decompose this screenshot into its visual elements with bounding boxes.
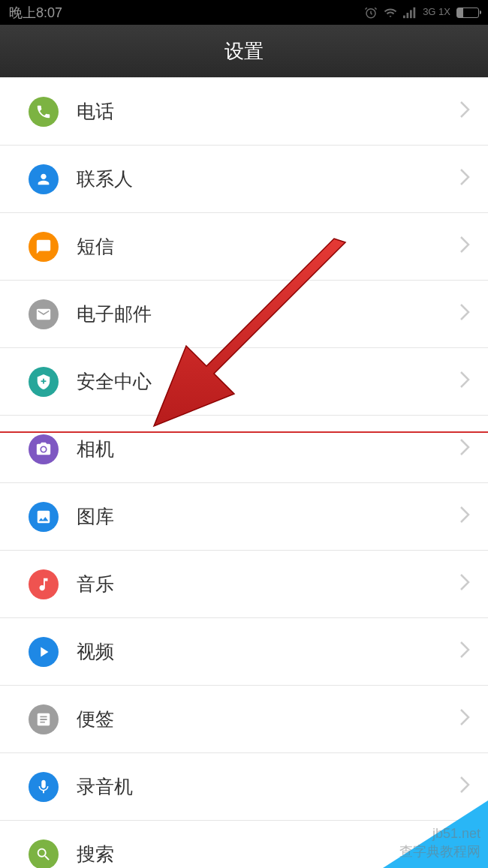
- chevron-right-icon: [459, 640, 470, 664]
- list-item-camera[interactable]: 相机: [0, 416, 488, 483]
- item-label: 便签: [77, 707, 459, 731]
- chevron-right-icon: [459, 572, 470, 596]
- gallery-icon: [29, 502, 59, 532]
- list-item-gallery[interactable]: 图库: [0, 483, 488, 551]
- signal-text: 3G 1X: [423, 7, 450, 17]
- list-item-shield[interactable]: 安全中心: [0, 348, 488, 416]
- music-icon: [29, 569, 59, 599]
- svg-rect-2: [407, 13, 409, 18]
- item-label: 音乐: [77, 572, 459, 596]
- chevron-right-icon: [459, 370, 470, 394]
- search-icon: [29, 839, 59, 869]
- header: 设置: [0, 25, 488, 77]
- wifi-icon: [384, 6, 397, 20]
- watermark-text: jb51.net 查字典教程网: [399, 825, 480, 860]
- list-item-note[interactable]: 便签: [0, 686, 488, 753]
- alarm-icon: [364, 6, 378, 20]
- svg-rect-1: [403, 15, 405, 18]
- list-item-play[interactable]: 视频: [0, 618, 488, 686]
- chevron-right-icon: [459, 302, 470, 326]
- chevron-right-icon: [459, 167, 470, 191]
- svg-rect-3: [410, 10, 412, 18]
- phone-icon: [29, 97, 59, 127]
- chat-icon: [29, 232, 59, 262]
- chevron-right-icon: [459, 775, 470, 799]
- list-item-person[interactable]: 联系人: [0, 146, 488, 213]
- person-icon: [29, 164, 59, 194]
- signal-icon: [403, 7, 417, 19]
- chevron-right-icon: [459, 437, 470, 461]
- status-icons: 3G 1X: [364, 6, 479, 20]
- item-label: 安全中心: [77, 369, 459, 394]
- list-item-phone[interactable]: 电话: [0, 78, 488, 146]
- page-title: 设置: [224, 38, 264, 65]
- item-label: 视频: [77, 639, 459, 664]
- list-item-mail[interactable]: 电子邮件: [0, 281, 488, 348]
- chevron-right-icon: [459, 100, 470, 124]
- note-icon: [29, 704, 59, 734]
- play-icon: [29, 637, 59, 667]
- item-label: 电子邮件: [77, 302, 459, 326]
- chevron-right-icon: [459, 707, 470, 731]
- item-label: 联系人: [77, 167, 459, 191]
- recorder-icon: [29, 772, 59, 802]
- item-label: 电话: [77, 99, 459, 124]
- shield-icon: [29, 367, 59, 397]
- annotation-line: [0, 431, 488, 433]
- chevron-right-icon: [459, 235, 470, 259]
- list-item-music[interactable]: 音乐: [0, 551, 488, 618]
- status-time: 晚上8:07: [9, 4, 62, 22]
- item-label: 录音机: [77, 774, 459, 799]
- list-item-chat[interactable]: 短信: [0, 213, 488, 281]
- status-bar: 晚上8:07 3G 1X: [0, 0, 488, 25]
- item-label: 短信: [77, 234, 459, 259]
- svg-rect-4: [414, 7, 416, 17]
- item-label: 相机: [77, 437, 459, 461]
- settings-list: 电话联系人短信电子邮件安全中心相机图库音乐视频便签录音机搜索: [0, 78, 488, 868]
- camera-icon: [29, 434, 59, 464]
- mail-icon: [29, 299, 59, 329]
- item-label: 图库: [77, 504, 459, 529]
- chevron-right-icon: [459, 505, 470, 529]
- battery-icon: [456, 8, 479, 18]
